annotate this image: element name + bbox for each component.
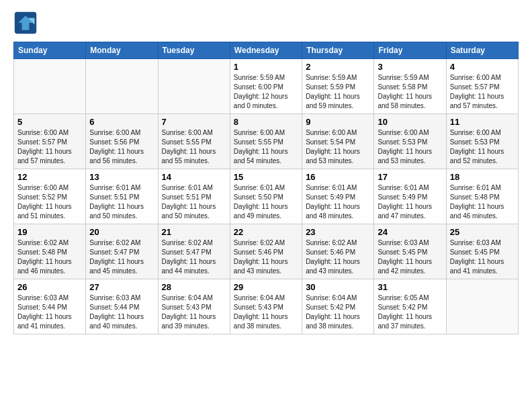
day-number: 11 xyxy=(450,117,515,127)
cell-info: Sunrise: 6:02 AM Sunset: 5:46 PM Dayligh… xyxy=(234,238,298,276)
calendar-header-row: SundayMondayTuesdayWednesdayThursdayFrid… xyxy=(14,42,519,59)
day-number: 18 xyxy=(450,172,515,182)
cell-info: Sunrise: 6:00 AM Sunset: 5:52 PM Dayligh… xyxy=(17,183,82,221)
calendar-cell: 7Sunrise: 6:00 AM Sunset: 5:55 PM Daylig… xyxy=(158,114,230,169)
calendar-cell: 14Sunrise: 6:01 AM Sunset: 5:51 PM Dayli… xyxy=(158,169,230,224)
day-number: 29 xyxy=(234,282,298,292)
calendar-cell: 31Sunrise: 6:05 AM Sunset: 5:42 PM Dayli… xyxy=(374,279,446,334)
day-number: 16 xyxy=(306,172,370,182)
day-number: 19 xyxy=(17,227,82,237)
cell-info: Sunrise: 6:00 AM Sunset: 5:55 PM Dayligh… xyxy=(162,128,226,166)
logo xyxy=(13,11,40,35)
calendar-cell: 30Sunrise: 6:04 AM Sunset: 5:42 PM Dayli… xyxy=(302,279,374,334)
calendar-cell: 9Sunrise: 6:00 AM Sunset: 5:54 PM Daylig… xyxy=(302,114,374,169)
day-number: 3 xyxy=(378,62,442,72)
cell-info: Sunrise: 6:01 AM Sunset: 5:49 PM Dayligh… xyxy=(306,183,370,221)
cell-info: Sunrise: 6:00 AM Sunset: 5:53 PM Dayligh… xyxy=(450,128,515,166)
day-number: 14 xyxy=(162,172,226,182)
day-number: 8 xyxy=(234,117,298,127)
cell-info: Sunrise: 6:00 AM Sunset: 5:53 PM Dayligh… xyxy=(378,128,442,166)
day-number: 25 xyxy=(450,227,515,237)
day-number: 5 xyxy=(17,117,82,127)
cell-info: Sunrise: 6:01 AM Sunset: 5:49 PM Dayligh… xyxy=(378,183,442,221)
calendar-cell xyxy=(14,59,86,114)
calendar-week-row: 5Sunrise: 6:00 AM Sunset: 5:57 PM Daylig… xyxy=(14,114,519,169)
day-number: 10 xyxy=(378,117,442,127)
day-header-thursday: Thursday xyxy=(302,42,374,59)
calendar-week-row: 19Sunrise: 6:02 AM Sunset: 5:48 PM Dayli… xyxy=(14,224,519,279)
calendar-cell: 23Sunrise: 6:02 AM Sunset: 5:46 PM Dayli… xyxy=(302,224,374,279)
calendar-cell xyxy=(158,59,230,114)
cell-info: Sunrise: 6:02 AM Sunset: 5:48 PM Dayligh… xyxy=(17,238,82,276)
cell-info: Sunrise: 6:03 AM Sunset: 5:44 PM Dayligh… xyxy=(89,293,154,331)
calendar-cell: 15Sunrise: 6:01 AM Sunset: 5:50 PM Dayli… xyxy=(230,169,302,224)
day-header-monday: Monday xyxy=(86,42,158,59)
calendar-cell: 4Sunrise: 6:00 AM Sunset: 5:57 PM Daylig… xyxy=(446,59,518,114)
calendar-cell: 21Sunrise: 6:02 AM Sunset: 5:47 PM Dayli… xyxy=(158,224,230,279)
calendar-cell: 6Sunrise: 6:00 AM Sunset: 5:56 PM Daylig… xyxy=(86,114,158,169)
calendar-week-row: 1Sunrise: 5:59 AM Sunset: 6:00 PM Daylig… xyxy=(14,59,519,114)
calendar-cell: 17Sunrise: 6:01 AM Sunset: 5:49 PM Dayli… xyxy=(374,169,446,224)
calendar-cell: 2Sunrise: 5:59 AM Sunset: 5:59 PM Daylig… xyxy=(302,59,374,114)
day-number: 12 xyxy=(17,172,82,182)
cell-info: Sunrise: 6:00 AM Sunset: 5:57 PM Dayligh… xyxy=(17,128,82,166)
calendar-cell: 13Sunrise: 6:01 AM Sunset: 5:51 PM Dayli… xyxy=(86,169,158,224)
cell-info: Sunrise: 5:59 AM Sunset: 6:00 PM Dayligh… xyxy=(234,73,298,111)
calendar-cell: 29Sunrise: 6:04 AM Sunset: 5:43 PM Dayli… xyxy=(230,279,302,334)
cell-info: Sunrise: 6:03 AM Sunset: 5:44 PM Dayligh… xyxy=(17,293,82,331)
day-number: 22 xyxy=(234,227,298,237)
cell-info: Sunrise: 6:01 AM Sunset: 5:51 PM Dayligh… xyxy=(162,183,226,221)
day-number: 20 xyxy=(89,227,154,237)
day-number: 6 xyxy=(89,117,154,127)
day-header-friday: Friday xyxy=(374,42,446,59)
cell-info: Sunrise: 6:00 AM Sunset: 5:54 PM Dayligh… xyxy=(306,128,370,166)
page-container: SundayMondayTuesdayWednesdayThursdayFrid… xyxy=(0,0,532,341)
calendar-cell xyxy=(446,279,518,334)
day-number: 15 xyxy=(234,172,298,182)
calendar-cell: 25Sunrise: 6:03 AM Sunset: 5:45 PM Dayli… xyxy=(446,224,518,279)
calendar-cell: 1Sunrise: 5:59 AM Sunset: 6:00 PM Daylig… xyxy=(230,59,302,114)
calendar-week-row: 12Sunrise: 6:00 AM Sunset: 5:52 PM Dayli… xyxy=(14,169,519,224)
calendar-cell: 18Sunrise: 6:01 AM Sunset: 5:48 PM Dayli… xyxy=(446,169,518,224)
day-number: 7 xyxy=(162,117,226,127)
cell-info: Sunrise: 6:02 AM Sunset: 5:46 PM Dayligh… xyxy=(306,238,370,276)
calendar-cell: 8Sunrise: 6:00 AM Sunset: 5:55 PM Daylig… xyxy=(230,114,302,169)
cell-info: Sunrise: 6:04 AM Sunset: 5:43 PM Dayligh… xyxy=(162,293,226,331)
calendar-cell: 20Sunrise: 6:02 AM Sunset: 5:47 PM Dayli… xyxy=(86,224,158,279)
day-header-tuesday: Tuesday xyxy=(158,42,230,59)
day-number: 9 xyxy=(306,117,370,127)
day-number: 26 xyxy=(17,282,82,292)
cell-info: Sunrise: 6:00 AM Sunset: 5:55 PM Dayligh… xyxy=(234,128,298,166)
calendar-cell: 24Sunrise: 6:03 AM Sunset: 5:45 PM Dayli… xyxy=(374,224,446,279)
calendar-cell: 19Sunrise: 6:02 AM Sunset: 5:48 PM Dayli… xyxy=(14,224,86,279)
day-number: 24 xyxy=(378,227,442,237)
day-number: 27 xyxy=(89,282,154,292)
calendar-cell: 16Sunrise: 6:01 AM Sunset: 5:49 PM Dayli… xyxy=(302,169,374,224)
day-number: 1 xyxy=(234,62,298,72)
logo-icon xyxy=(13,11,38,35)
day-number: 28 xyxy=(162,282,226,292)
cell-info: Sunrise: 6:03 AM Sunset: 5:45 PM Dayligh… xyxy=(450,238,515,276)
day-number: 17 xyxy=(378,172,442,182)
calendar-table: SundayMondayTuesdayWednesdayThursdayFrid… xyxy=(13,42,519,334)
day-number: 30 xyxy=(306,282,370,292)
day-number: 21 xyxy=(162,227,226,237)
calendar-cell: 11Sunrise: 6:00 AM Sunset: 5:53 PM Dayli… xyxy=(446,114,518,169)
calendar-week-row: 26Sunrise: 6:03 AM Sunset: 5:44 PM Dayli… xyxy=(14,279,519,334)
calendar-cell: 10Sunrise: 6:00 AM Sunset: 5:53 PM Dayli… xyxy=(374,114,446,169)
day-header-saturday: Saturday xyxy=(446,42,518,59)
cell-info: Sunrise: 6:01 AM Sunset: 5:51 PM Dayligh… xyxy=(89,183,154,221)
day-number: 2 xyxy=(306,62,370,72)
cell-info: Sunrise: 6:04 AM Sunset: 5:42 PM Dayligh… xyxy=(306,293,370,331)
cell-info: Sunrise: 6:00 AM Sunset: 5:57 PM Dayligh… xyxy=(450,73,515,111)
cell-info: Sunrise: 6:04 AM Sunset: 5:43 PM Dayligh… xyxy=(234,293,298,331)
calendar-cell: 26Sunrise: 6:03 AM Sunset: 5:44 PM Dayli… xyxy=(14,279,86,334)
calendar-cell: 28Sunrise: 6:04 AM Sunset: 5:43 PM Dayli… xyxy=(158,279,230,334)
day-header-sunday: Sunday xyxy=(14,42,86,59)
cell-info: Sunrise: 6:01 AM Sunset: 5:50 PM Dayligh… xyxy=(234,183,298,221)
day-number: 4 xyxy=(450,62,515,72)
calendar-cell: 27Sunrise: 6:03 AM Sunset: 5:44 PM Dayli… xyxy=(86,279,158,334)
day-number: 23 xyxy=(306,227,370,237)
cell-info: Sunrise: 6:01 AM Sunset: 5:48 PM Dayligh… xyxy=(450,183,515,221)
header xyxy=(13,11,519,35)
